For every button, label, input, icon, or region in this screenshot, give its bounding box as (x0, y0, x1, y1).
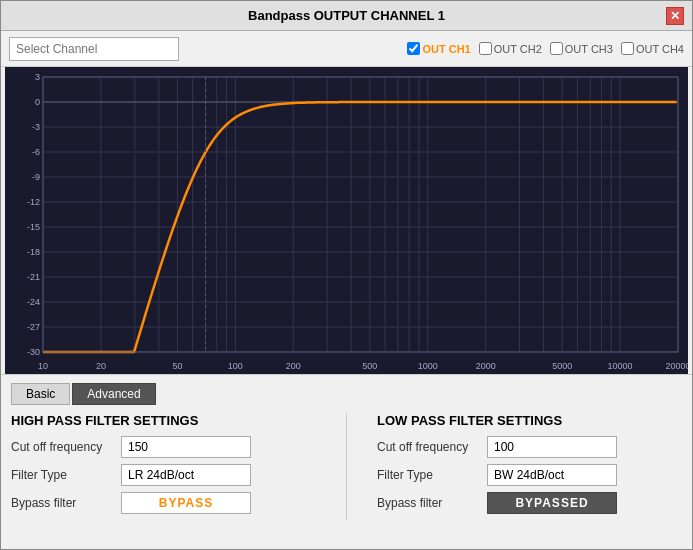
hp-filtertype-input[interactable] (121, 464, 251, 486)
high-pass-title: HIGH PASS FILTER SETTINGS (11, 413, 316, 428)
title-bar: Bandpass OUTPUT CHANNEL 1 ✕ (1, 1, 692, 31)
lp-filtertype-input[interactable] (487, 464, 617, 486)
lp-filtertype-label: Filter Type (377, 468, 487, 482)
toolbar: OUT CH1 OUT CH2 OUT CH3 OUT CH4 (1, 31, 692, 67)
lp-bypass-label: Bypass filter (377, 496, 487, 510)
lp-bypass-row: Bypass filter BYPASSED (377, 492, 682, 514)
hp-filtertype-row: Filter Type (11, 464, 316, 486)
hp-bypass-button[interactable]: BYPASS (121, 492, 251, 514)
ch4-checkbox[interactable] (621, 42, 634, 55)
low-pass-title: LOW PASS FILTER SETTINGS (377, 413, 682, 428)
window-title: Bandpass OUTPUT CHANNEL 1 (248, 8, 445, 23)
lp-cutoff-row: Cut off frequency (377, 436, 682, 458)
tab-bar: Basic Advanced (11, 383, 682, 405)
ch2-label: OUT CH2 (494, 43, 542, 55)
ch1-item: OUT CH1 (407, 42, 470, 55)
frequency-chart (5, 67, 688, 374)
hp-cutoff-row: Cut off frequency (11, 436, 316, 458)
high-pass-col: HIGH PASS FILTER SETTINGS Cut off freque… (11, 413, 316, 520)
filter-settings: HIGH PASS FILTER SETTINGS Cut off freque… (11, 413, 682, 520)
ch3-label: OUT CH3 (565, 43, 613, 55)
lp-cutoff-label: Cut off frequency (377, 440, 487, 454)
ch3-checkbox[interactable] (550, 42, 563, 55)
lp-filtertype-row: Filter Type (377, 464, 682, 486)
lp-cutoff-input[interactable] (487, 436, 617, 458)
hp-bypass-row: Bypass filter BYPASS (11, 492, 316, 514)
ch4-item: OUT CH4 (621, 42, 684, 55)
main-window: Bandpass OUTPUT CHANNEL 1 ✕ OUT CH1 OUT … (0, 0, 693, 550)
col-divider (346, 413, 347, 520)
select-channel-input[interactable] (9, 37, 179, 61)
tab-basic[interactable]: Basic (11, 383, 70, 405)
ch1-label: OUT CH1 (422, 43, 470, 55)
hp-bypass-label: Bypass filter (11, 496, 121, 510)
low-pass-col: LOW PASS FILTER SETTINGS Cut off frequen… (377, 413, 682, 520)
lp-bypass-button[interactable]: BYPASSED (487, 492, 617, 514)
bottom-panel: Basic Advanced HIGH PASS FILTER SETTINGS… (1, 374, 692, 549)
hp-filtertype-label: Filter Type (11, 468, 121, 482)
ch4-label: OUT CH4 (636, 43, 684, 55)
channel-checkboxes: OUT CH1 OUT CH2 OUT CH3 OUT CH4 (407, 42, 684, 55)
ch2-item: OUT CH2 (479, 42, 542, 55)
chart-area (5, 67, 688, 374)
hp-cutoff-input[interactable] (121, 436, 251, 458)
close-button[interactable]: ✕ (666, 7, 684, 25)
ch3-item: OUT CH3 (550, 42, 613, 55)
tab-advanced[interactable]: Advanced (72, 383, 155, 405)
ch1-checkbox[interactable] (407, 42, 420, 55)
ch2-checkbox[interactable] (479, 42, 492, 55)
hp-cutoff-label: Cut off frequency (11, 440, 121, 454)
